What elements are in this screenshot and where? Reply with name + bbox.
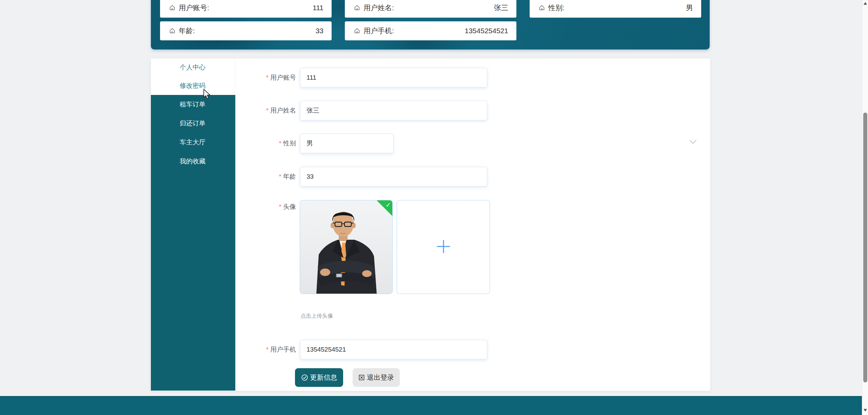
card-value: 13545254521: [465, 27, 508, 35]
card-label: 用户手机:: [363, 26, 394, 36]
scrollbar-thumb[interactable]: [863, 113, 867, 382]
page-footer: [0, 396, 868, 415]
home-icon: [538, 4, 545, 11]
avatar-upload-box[interactable]: [397, 200, 490, 294]
account-label: *用户账号: [215, 68, 296, 87]
card-value: 33: [316, 27, 323, 35]
name-input[interactable]: [300, 101, 487, 120]
check-icon: ✓: [386, 201, 391, 209]
scroll-down-arrow-icon[interactable]: [864, 409, 867, 412]
page: 用户账号: 111 用户姓名: 张三 性别: 男 年龄: 33 用户手机: 13…: [0, 0, 868, 415]
avatar-label: *头像: [215, 199, 296, 214]
age-input[interactable]: [300, 167, 487, 186]
home-icon: [354, 4, 360, 11]
home-icon: [354, 27, 360, 34]
info-card-name: 用户姓名: 张三: [345, 0, 516, 18]
plus-icon: [436, 239, 451, 256]
card-label: 用户姓名:: [363, 3, 394, 13]
info-card-gender: 性别: 男: [530, 0, 701, 18]
name-label: *用户姓名: [215, 101, 296, 120]
mouse-cursor: [203, 89, 213, 102]
card-label: 年龄:: [179, 26, 195, 36]
scrollbar[interactable]: [862, 0, 868, 415]
required-marker: *: [279, 140, 281, 147]
scroll-up-arrow-icon[interactable]: [864, 2, 867, 5]
avatar-preview[interactable]: ✓: [300, 200, 393, 294]
upload-tip: 点击上传头像: [300, 313, 333, 320]
info-card-age: 年龄: 33: [160, 21, 332, 40]
home-icon: [169, 27, 176, 34]
gender-label: *性别: [215, 134, 296, 153]
card-value: 张三: [494, 3, 508, 13]
card-label: 性别:: [548, 3, 565, 13]
update-info-button[interactable]: 更新信息: [295, 368, 343, 387]
required-marker: *: [279, 203, 281, 210]
home-icon: [169, 4, 176, 11]
chevron-down-icon[interactable]: [689, 140, 697, 144]
required-marker: *: [266, 107, 269, 114]
required-marker: *: [279, 173, 281, 180]
card-label: 用户账号:: [179, 3, 209, 13]
info-card-phone: 用户手机: 13545254521: [345, 21, 516, 40]
account-input[interactable]: [300, 68, 487, 87]
card-value: 男: [686, 3, 693, 13]
age-label: *年龄: [215, 167, 296, 186]
check-circle-icon: [301, 374, 308, 381]
phone-input[interactable]: [300, 340, 487, 359]
required-marker: *: [266, 74, 269, 81]
required-marker: *: [266, 346, 269, 353]
info-card-account: 用户账号: 111: [160, 0, 332, 18]
phone-label: *用户手机: [215, 340, 296, 359]
logout-button[interactable]: 退出登录: [353, 368, 400, 387]
card-value: 111: [313, 4, 323, 12]
gender-select[interactable]: [300, 134, 394, 153]
logout-icon: [358, 374, 365, 381]
